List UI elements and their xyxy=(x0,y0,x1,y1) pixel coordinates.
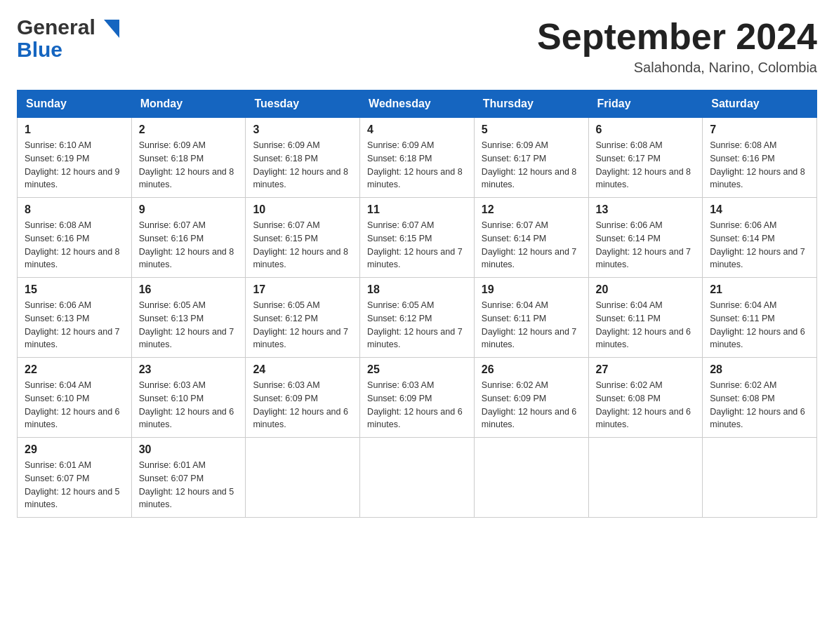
day-number: 10 xyxy=(253,203,352,216)
day-number: 5 xyxy=(482,123,581,136)
day-info: Sunrise: 6:07 AMSunset: 6:15 PMDaylight:… xyxy=(253,219,352,271)
calendar-cell: 9Sunrise: 6:07 AMSunset: 6:16 PMDaylight… xyxy=(131,198,246,278)
day-info: Sunrise: 6:05 AMSunset: 6:12 PMDaylight:… xyxy=(367,299,467,351)
day-number: 17 xyxy=(253,283,352,296)
calendar-cell: 22Sunrise: 6:04 AMSunset: 6:10 PMDayligh… xyxy=(18,358,132,438)
day-info: Sunrise: 6:08 AMSunset: 6:17 PMDaylight:… xyxy=(596,139,696,192)
calendar-cell: 29Sunrise: 6:01 AMSunset: 6:07 PMDayligh… xyxy=(18,438,132,518)
day-info: Sunrise: 6:01 AMSunset: 6:07 PMDaylight:… xyxy=(25,459,124,511)
calendar-cell: 16Sunrise: 6:05 AMSunset: 6:13 PMDayligh… xyxy=(131,278,246,358)
weekday-row: SundayMondayTuesdayWednesdayThursdayFrid… xyxy=(18,90,817,118)
week-row: 29Sunrise: 6:01 AMSunset: 6:07 PMDayligh… xyxy=(18,438,817,518)
day-info: Sunrise: 6:03 AMSunset: 6:09 PMDaylight:… xyxy=(367,379,467,431)
day-number: 26 xyxy=(482,363,581,376)
day-number: 21 xyxy=(710,283,809,296)
calendar-cell xyxy=(703,438,817,518)
calendar-cell: 2Sunrise: 6:09 AMSunset: 6:18 PMDaylight… xyxy=(131,118,246,198)
day-number: 12 xyxy=(482,203,581,216)
calendar-cell: 10Sunrise: 6:07 AMSunset: 6:15 PMDayligh… xyxy=(246,198,360,278)
logo-line2: Blue xyxy=(17,39,119,60)
day-number: 1 xyxy=(25,123,124,136)
day-info: Sunrise: 6:09 AMSunset: 6:17 PMDaylight:… xyxy=(482,139,581,192)
day-number: 6 xyxy=(596,123,696,136)
calendar-cell: 8Sunrise: 6:08 AMSunset: 6:16 PMDaylight… xyxy=(18,198,132,278)
weekday-header-saturday: Saturday xyxy=(703,90,817,118)
calendar-body: 1Sunrise: 6:10 AMSunset: 6:19 PMDaylight… xyxy=(18,118,817,518)
week-row: 1Sunrise: 6:10 AMSunset: 6:19 PMDaylight… xyxy=(18,118,817,198)
calendar-cell: 11Sunrise: 6:07 AMSunset: 6:15 PMDayligh… xyxy=(360,198,475,278)
calendar-cell: 27Sunrise: 6:02 AMSunset: 6:08 PMDayligh… xyxy=(588,358,703,438)
day-info: Sunrise: 6:06 AMSunset: 6:14 PMDaylight:… xyxy=(596,219,696,271)
calendar-cell: 17Sunrise: 6:05 AMSunset: 6:12 PMDayligh… xyxy=(246,278,360,358)
calendar-cell: 7Sunrise: 6:08 AMSunset: 6:16 PMDaylight… xyxy=(703,118,817,198)
day-info: Sunrise: 6:08 AMSunset: 6:16 PMDaylight:… xyxy=(25,219,124,271)
day-info: Sunrise: 6:09 AMSunset: 6:18 PMDaylight:… xyxy=(253,139,352,192)
calendar-cell xyxy=(588,438,703,518)
day-info: Sunrise: 6:07 AMSunset: 6:16 PMDaylight:… xyxy=(139,219,239,271)
day-info: Sunrise: 6:05 AMSunset: 6:13 PMDaylight:… xyxy=(139,299,239,351)
calendar-cell: 6Sunrise: 6:08 AMSunset: 6:17 PMDaylight… xyxy=(588,118,703,198)
calendar-cell: 28Sunrise: 6:02 AMSunset: 6:08 PMDayligh… xyxy=(703,358,817,438)
calendar-cell: 20Sunrise: 6:04 AMSunset: 6:11 PMDayligh… xyxy=(588,278,703,358)
calendar-cell: 24Sunrise: 6:03 AMSunset: 6:09 PMDayligh… xyxy=(246,358,360,438)
calendar-cell: 5Sunrise: 6:09 AMSunset: 6:17 PMDaylight… xyxy=(474,118,588,198)
day-info: Sunrise: 6:04 AMSunset: 6:11 PMDaylight:… xyxy=(596,299,696,351)
calendar-cell: 4Sunrise: 6:09 AMSunset: 6:18 PMDaylight… xyxy=(360,118,475,198)
day-info: Sunrise: 6:09 AMSunset: 6:18 PMDaylight:… xyxy=(139,139,239,192)
logo-line1: General xyxy=(17,17,119,38)
day-number: 23 xyxy=(139,363,239,376)
day-number: 30 xyxy=(139,443,239,456)
logo-triangle-icon xyxy=(104,20,119,38)
calendar-cell xyxy=(474,438,588,518)
day-info: Sunrise: 6:10 AMSunset: 6:19 PMDaylight:… xyxy=(25,139,124,192)
day-number: 28 xyxy=(710,363,809,376)
weekday-header-wednesday: Wednesday xyxy=(360,90,475,118)
day-info: Sunrise: 6:07 AMSunset: 6:14 PMDaylight:… xyxy=(482,219,581,271)
day-info: Sunrise: 6:02 AMSunset: 6:09 PMDaylight:… xyxy=(482,379,581,431)
weekday-header-friday: Friday xyxy=(588,90,703,118)
day-info: Sunrise: 6:02 AMSunset: 6:08 PMDaylight:… xyxy=(596,379,696,431)
day-info: Sunrise: 6:05 AMSunset: 6:12 PMDaylight:… xyxy=(253,299,352,351)
calendar-cell: 23Sunrise: 6:03 AMSunset: 6:10 PMDayligh… xyxy=(131,358,246,438)
day-info: Sunrise: 6:03 AMSunset: 6:09 PMDaylight:… xyxy=(253,379,352,431)
weekday-header-thursday: Thursday xyxy=(474,90,588,118)
page-header: General Blue September 2024 Salahonda, N… xyxy=(17,17,817,76)
day-info: Sunrise: 6:06 AMSunset: 6:14 PMDaylight:… xyxy=(710,219,809,271)
week-row: 22Sunrise: 6:04 AMSunset: 6:10 PMDayligh… xyxy=(18,358,817,438)
calendar-cell: 18Sunrise: 6:05 AMSunset: 6:12 PMDayligh… xyxy=(360,278,475,358)
weekday-header-tuesday: Tuesday xyxy=(246,90,360,118)
week-row: 15Sunrise: 6:06 AMSunset: 6:13 PMDayligh… xyxy=(18,278,817,358)
day-number: 14 xyxy=(710,203,809,216)
day-info: Sunrise: 6:08 AMSunset: 6:16 PMDaylight:… xyxy=(710,139,809,192)
day-number: 15 xyxy=(25,283,124,296)
day-number: 13 xyxy=(596,203,696,216)
day-number: 20 xyxy=(596,283,696,296)
day-number: 22 xyxy=(25,363,124,376)
calendar-cell xyxy=(360,438,475,518)
day-number: 24 xyxy=(253,363,352,376)
day-info: Sunrise: 6:07 AMSunset: 6:15 PMDaylight:… xyxy=(367,219,467,271)
day-info: Sunrise: 6:02 AMSunset: 6:08 PMDaylight:… xyxy=(710,379,809,431)
calendar-cell: 1Sunrise: 6:10 AMSunset: 6:19 PMDaylight… xyxy=(18,118,132,198)
location: Salahonda, Narino, Colombia xyxy=(537,60,817,76)
day-number: 29 xyxy=(25,443,124,456)
weekday-header-sunday: Sunday xyxy=(18,90,132,118)
day-number: 16 xyxy=(139,283,239,296)
day-info: Sunrise: 6:04 AMSunset: 6:11 PMDaylight:… xyxy=(710,299,809,351)
day-number: 4 xyxy=(367,123,467,136)
calendar-cell: 25Sunrise: 6:03 AMSunset: 6:09 PMDayligh… xyxy=(360,358,475,438)
day-info: Sunrise: 6:04 AMSunset: 6:11 PMDaylight:… xyxy=(482,299,581,351)
calendar-cell: 15Sunrise: 6:06 AMSunset: 6:13 PMDayligh… xyxy=(18,278,132,358)
week-row: 8Sunrise: 6:08 AMSunset: 6:16 PMDaylight… xyxy=(18,198,817,278)
day-number: 8 xyxy=(25,203,124,216)
day-number: 3 xyxy=(253,123,352,136)
day-number: 9 xyxy=(139,203,239,216)
day-number: 19 xyxy=(482,283,581,296)
svg-marker-0 xyxy=(104,20,119,38)
day-number: 7 xyxy=(710,123,809,136)
calendar-cell: 26Sunrise: 6:02 AMSunset: 6:09 PMDayligh… xyxy=(474,358,588,438)
calendar-cell: 19Sunrise: 6:04 AMSunset: 6:11 PMDayligh… xyxy=(474,278,588,358)
calendar-cell: 21Sunrise: 6:04 AMSunset: 6:11 PMDayligh… xyxy=(703,278,817,358)
day-info: Sunrise: 6:06 AMSunset: 6:13 PMDaylight:… xyxy=(25,299,124,351)
title-section: September 2024 Salahonda, Narino, Colomb… xyxy=(537,17,817,76)
